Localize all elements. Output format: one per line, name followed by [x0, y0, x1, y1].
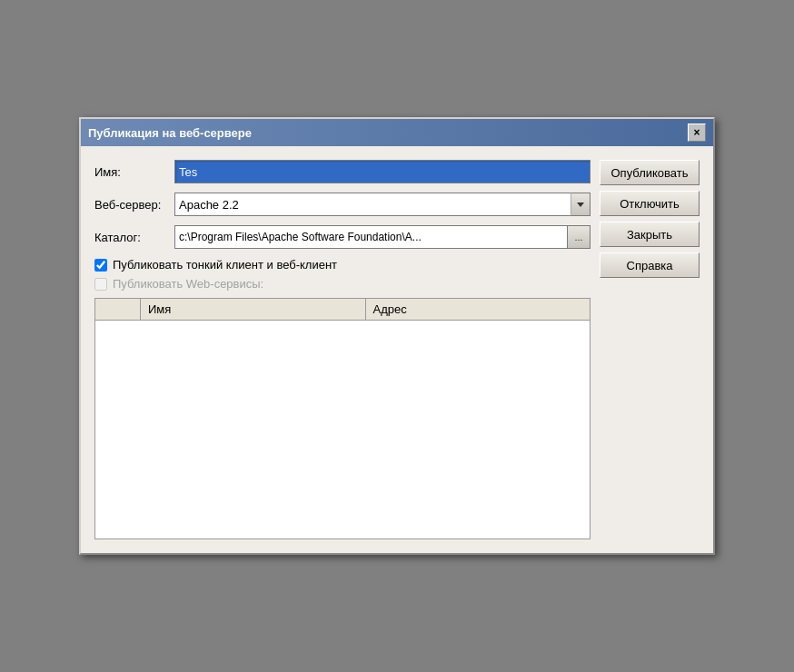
- publish-webservices-label: Публиковать Web-сервисы:: [113, 277, 263, 291]
- catalog-label: Каталог:: [94, 231, 167, 244]
- publish-clients-label: Публиковать тонкий клиент и веб-клиент: [113, 258, 337, 272]
- webserver-label: Веб-сервер:: [94, 198, 167, 212]
- help-button[interactable]: Справка: [600, 252, 700, 278]
- webserver-select[interactable]: Apache 2.2: [174, 193, 571, 216]
- close-button[interactable]: Закрыть: [600, 222, 700, 247]
- table-col-index: [95, 299, 141, 320]
- catalog-browse-button[interactable]: ...: [567, 225, 591, 249]
- table-col-address: Адрес: [366, 299, 591, 320]
- name-label: Имя:: [94, 165, 167, 179]
- catalog-input[interactable]: [174, 225, 567, 249]
- title-bar: Публикация на веб-сервере ×: [81, 119, 713, 146]
- checkbox2-row: Публиковать Web-сервисы:: [94, 277, 591, 291]
- dialog-title: Публикация на веб-сервере: [88, 126, 252, 140]
- catalog-input-wrap: ...: [174, 225, 591, 249]
- buttons-area: Опубликовать Отключить Закрыть Справка: [600, 160, 700, 539]
- table-col-name: Имя: [141, 299, 366, 320]
- table-header: Имя Адрес: [95, 299, 590, 321]
- webserver-select-wrap: Apache 2.2: [174, 193, 591, 216]
- webserver-dropdown-button[interactable]: [571, 193, 591, 216]
- checkbox1-row: Публиковать тонкий клиент и веб-клиент: [94, 258, 591, 272]
- publish-clients-checkbox[interactable]: [94, 259, 107, 272]
- close-title-button[interactable]: ×: [688, 124, 706, 142]
- form-area: Имя: Веб-сервер: Apache 2.2 Каталог:: [94, 160, 591, 539]
- web-services-table: Имя Адрес: [94, 298, 591, 539]
- chevron-down-icon: [577, 203, 584, 207]
- name-row: Имя:: [94, 160, 591, 183]
- disconnect-button[interactable]: Отключить: [600, 191, 700, 216]
- catalog-row: Каталог: ...: [94, 225, 591, 249]
- dialog-content: Имя: Веб-сервер: Apache 2.2 Каталог:: [81, 146, 713, 553]
- publish-button[interactable]: Опубликовать: [600, 160, 700, 185]
- publish-webservices-checkbox[interactable]: [94, 278, 107, 291]
- table-body: [95, 321, 590, 539]
- dialog-window: Публикация на веб-сервере × Имя: Веб-сер…: [79, 117, 715, 555]
- name-input[interactable]: [174, 160, 591, 183]
- webserver-row: Веб-сервер: Apache 2.2: [94, 193, 591, 216]
